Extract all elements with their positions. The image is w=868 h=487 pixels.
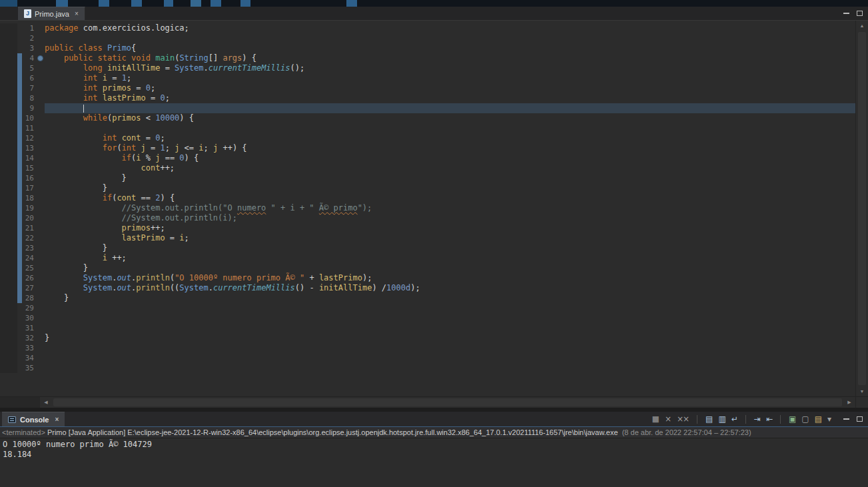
console-minimize-icon[interactable] xyxy=(843,418,849,420)
line-number[interactable]: 32 xyxy=(22,333,37,343)
code-line[interactable]: 13 for(int j = 1; j <= i; j ++) { xyxy=(0,143,855,153)
line-number[interactable]: 29 xyxy=(22,303,37,313)
code-line[interactable]: 5 long initAllTime = System.currentTimeM… xyxy=(0,63,855,73)
code-text[interactable]: } xyxy=(45,333,855,343)
scroll-down-icon[interactable]: ▼ xyxy=(856,386,868,396)
line-number[interactable]: 31 xyxy=(22,323,37,333)
code-text[interactable]: int cont = 0; xyxy=(45,133,855,143)
code-text[interactable]: public static void main(String[] args) { xyxy=(45,53,855,63)
code-line[interactable]: 27 System.out.println((System.currentTim… xyxy=(0,283,855,293)
code-text[interactable]: cont++; xyxy=(45,163,855,173)
code-text[interactable] xyxy=(45,33,855,43)
code-line[interactable]: 24 i ++; xyxy=(0,253,855,263)
line-number[interactable]: 13 xyxy=(22,143,37,153)
line-number[interactable]: 28 xyxy=(22,293,37,303)
marker-gutter[interactable] xyxy=(37,263,45,273)
code-text[interactable] xyxy=(45,363,855,373)
line-number[interactable]: 12 xyxy=(22,133,37,143)
line-number[interactable]: 25 xyxy=(22,263,37,273)
code-line[interactable]: 21 primos++; xyxy=(0,223,855,233)
scroll-right-icon[interactable]: ▶ xyxy=(843,397,855,408)
line-number[interactable]: 21 xyxy=(22,223,37,233)
code-line[interactable]: 29 xyxy=(0,303,855,313)
show-stdout-icon[interactable]: ⇥ xyxy=(754,415,760,423)
marker-gutter[interactable] xyxy=(37,73,45,83)
marker-gutter[interactable] xyxy=(37,163,45,173)
line-number[interactable]: 1 xyxy=(22,23,37,33)
marker-gutter[interactable] xyxy=(37,153,45,163)
marker-gutter[interactable] xyxy=(37,53,45,63)
code-line[interactable]: 10 while(primos < 10000) { xyxy=(0,113,855,123)
marker-gutter[interactable] xyxy=(37,303,45,313)
marker-gutter[interactable] xyxy=(37,283,45,293)
code-line[interactable]: 31 xyxy=(0,323,855,333)
code-text[interactable]: long initAllTime = System.currentTimeMil… xyxy=(45,63,855,73)
marker-gutter[interactable] xyxy=(37,203,45,213)
code-text[interactable]: int i = 1; xyxy=(45,73,855,83)
code-line[interactable]: 15 cont++; xyxy=(0,163,855,173)
marker-gutter[interactable] xyxy=(37,293,45,303)
code-line[interactable]: 12 int cont = 0; xyxy=(0,133,855,143)
line-number[interactable]: 14 xyxy=(22,153,37,163)
code-line[interactable]: 18 if(cont == 2) { xyxy=(0,193,855,203)
open-console-icon[interactable]: ▤ xyxy=(815,415,821,423)
line-number[interactable]: 33 xyxy=(22,343,37,353)
line-number[interactable]: 16 xyxy=(22,173,37,183)
code-line[interactable]: 19 //System.out.println("O numero " + i … xyxy=(0,203,855,213)
code-line[interactable]: 16 } xyxy=(0,173,855,183)
line-number[interactable]: 34 xyxy=(22,353,37,363)
line-number[interactable]: 2 xyxy=(22,33,37,43)
remove-all-terminated-icon[interactable]: ×× xyxy=(677,415,689,423)
code-line[interactable]: 1package com.exercicios.logica; xyxy=(0,23,855,33)
toolbar-fragment-icon[interactable] xyxy=(0,0,17,7)
line-number[interactable]: 18 xyxy=(22,193,37,203)
code-line[interactable]: 7 int primos = 0; xyxy=(0,83,855,93)
code-line[interactable]: 26 System.out.println("O 10000º numero p… xyxy=(0,273,855,283)
marker-gutter[interactable] xyxy=(37,333,45,343)
toolbar-fragment-icon[interactable] xyxy=(346,0,357,7)
line-number[interactable]: 10 xyxy=(22,113,37,123)
close-tab-icon[interactable]: × xyxy=(75,10,79,17)
code-text[interactable]: //System.out.println("O numero " + i + "… xyxy=(45,203,855,213)
show-stderr-icon[interactable]: ⇤ xyxy=(766,415,772,423)
minimize-icon[interactable] xyxy=(843,13,849,14)
line-number[interactable]: 30 xyxy=(22,313,37,323)
marker-gutter[interactable] xyxy=(37,193,45,203)
code-line[interactable]: 14 if(i % j == 0) { xyxy=(0,153,855,163)
toolbar-fragment-icon[interactable] xyxy=(164,0,173,7)
scroll-left-icon[interactable]: ◀ xyxy=(40,397,52,408)
code-line[interactable]: 2 xyxy=(0,33,855,43)
code-text[interactable]: public class Primo{ xyxy=(45,43,855,53)
marker-gutter[interactable] xyxy=(37,223,45,233)
code-line[interactable]: 17 } xyxy=(0,183,855,193)
clear-console-icon[interactable]: ▤ xyxy=(705,415,712,423)
code-line[interactable]: 35 xyxy=(0,363,855,373)
tab-primo-java[interactable]: J Primo.java × xyxy=(18,7,85,20)
code-text[interactable]: primos++; xyxy=(45,223,855,233)
code-text[interactable]: } xyxy=(45,243,855,253)
code-line[interactable]: 11 xyxy=(0,123,855,133)
line-number[interactable]: 4 xyxy=(22,53,37,63)
code-text[interactable] xyxy=(45,323,855,333)
breakpoint-icon[interactable] xyxy=(37,55,43,61)
toolbar-fragment-icon[interactable] xyxy=(211,0,221,7)
code-line[interactable]: 30 xyxy=(0,313,855,323)
marker-gutter[interactable] xyxy=(37,363,45,373)
code-text[interactable] xyxy=(45,103,855,113)
code-text[interactable]: for(int j = 1; j <= i; j ++) { xyxy=(45,143,855,153)
marker-gutter[interactable] xyxy=(37,133,45,143)
line-number[interactable]: 19 xyxy=(22,203,37,213)
line-number[interactable]: 24 xyxy=(22,253,37,263)
open-console-dropdown-icon[interactable]: ▾ xyxy=(827,415,831,423)
toolbar-fragment-icon[interactable] xyxy=(99,0,109,7)
toolbar-fragment-icon[interactable] xyxy=(191,0,201,7)
horizontal-scrollbar[interactable]: ◀ ▶ xyxy=(0,396,868,408)
code-line[interactable]: 34 xyxy=(0,353,855,363)
console-output[interactable]: O 10000º numero primo Ã© 10472918.184 xyxy=(0,438,868,487)
marker-gutter[interactable] xyxy=(37,63,45,73)
marker-gutter[interactable] xyxy=(37,93,45,103)
code-text[interactable] xyxy=(45,303,855,313)
marker-gutter[interactable] xyxy=(37,123,45,133)
code-text[interactable]: } xyxy=(45,263,855,273)
line-number[interactable]: 5 xyxy=(22,63,37,73)
